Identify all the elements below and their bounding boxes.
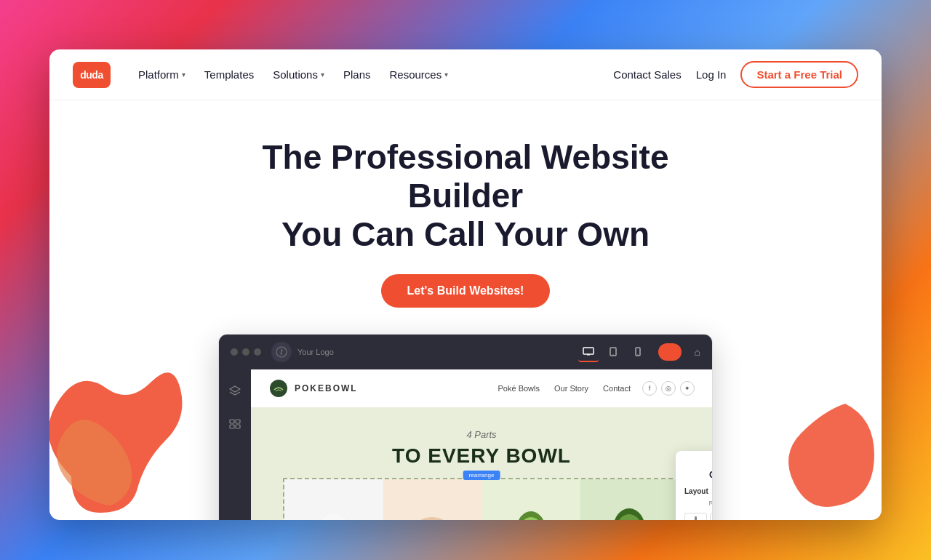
grid-option-2col[interactable] bbox=[710, 513, 712, 520]
main-card: duda Platform ▾ Templates Solutions ▾ Pl… bbox=[49, 49, 882, 520]
pokebowl-logo: POKEBOWL bbox=[268, 378, 358, 399]
nav-item-platform[interactable]: Platform ▾ bbox=[131, 64, 193, 85]
minimize-dot bbox=[242, 348, 249, 356]
publish-button[interactable] bbox=[658, 343, 682, 361]
svg-point-13 bbox=[318, 514, 350, 520]
login-link[interactable]: Log In bbox=[696, 68, 727, 81]
food-item-salmon bbox=[383, 479, 482, 520]
svg-point-10 bbox=[270, 380, 287, 397]
svg-point-5 bbox=[637, 354, 638, 355]
maximize-dot bbox=[254, 348, 261, 356]
svg-rect-9 bbox=[236, 425, 240, 428]
panel-title: Grid Design bbox=[684, 470, 712, 480]
svg-rect-6 bbox=[230, 420, 234, 423]
svg-rect-7 bbox=[236, 420, 240, 423]
grid-design-panel: Section > Grid Design Layout ∧ Rearrange… bbox=[676, 451, 712, 520]
food-item-rice bbox=[284, 479, 383, 520]
platform-chevron-icon: ▾ bbox=[182, 71, 185, 79]
nav-item-templates[interactable]: Templates bbox=[197, 64, 261, 85]
cta-button[interactable]: Let's Build Websites! bbox=[381, 274, 551, 308]
svg-point-19 bbox=[413, 517, 451, 520]
panel-layout-label: Layout bbox=[684, 487, 708, 495]
close-dot bbox=[231, 348, 238, 356]
pokebowl-nav-poke-bowls: Poké Bowls bbox=[498, 384, 540, 393]
home-icon[interactable]: ⌂ bbox=[695, 346, 700, 358]
layers-icon[interactable] bbox=[224, 380, 246, 401]
pokebowl-brand-name: POKEBOWL bbox=[295, 383, 358, 393]
hero-section: The Professional Website Builder You Can… bbox=[49, 100, 882, 520]
hero-headline: The Professional Website Builder You Can… bbox=[211, 138, 720, 254]
website-content: POKEBOWL Poké Bowls Our Story Contact f … bbox=[219, 369, 712, 520]
pokebowl-navbar: POKEBOWL Poké Bowls Our Story Contact f … bbox=[251, 369, 712, 407]
pokebowl-social-icons: f ◎ ✦ bbox=[642, 381, 695, 396]
navbar: duda Platform ▾ Templates Solutions ▾ Pl… bbox=[49, 49, 882, 100]
instagram-icon: ◎ bbox=[661, 381, 676, 396]
toolbar-icons bbox=[578, 342, 648, 362]
pokebowl-subtitle: 4 Parts bbox=[268, 429, 695, 440]
nav-item-plans[interactable]: Plans bbox=[336, 64, 378, 85]
desktop-view-icon[interactable] bbox=[578, 342, 599, 362]
panel-breadcrumb: Section > bbox=[684, 460, 712, 467]
panel-layout-section: Layout ∧ bbox=[684, 487, 712, 495]
food-grid: rearrange bbox=[283, 478, 680, 520]
browser-window-controls bbox=[231, 348, 261, 356]
logo[interactable]: duda bbox=[73, 62, 111, 88]
toolbar-logo-area: Your Logo bbox=[271, 342, 334, 362]
pokebowl-nav-links: Poké Bowls Our Story Contact bbox=[498, 384, 631, 393]
browser-chrome: Your Logo bbox=[219, 335, 712, 369]
pokebowl-nav-contact: Contact bbox=[603, 384, 631, 393]
trial-button[interactable]: Start a Free Trial bbox=[740, 61, 858, 88]
browser-mockup: Your Logo bbox=[218, 334, 713, 520]
editor-sidebar bbox=[219, 369, 251, 520]
resources-chevron-icon: ▾ bbox=[444, 71, 448, 79]
svg-point-3 bbox=[612, 354, 613, 355]
nav-right: Contact Sales Log In Start a Free Trial bbox=[613, 61, 858, 88]
solutions-chevron-icon: ▾ bbox=[321, 71, 324, 79]
grid-rearrange-label: rearrange bbox=[463, 471, 500, 480]
panel-rearrange-label: Rearrange layout bbox=[684, 500, 712, 507]
mobile-view-icon[interactable] bbox=[628, 342, 648, 362]
nav-item-resources[interactable]: Resources ▾ bbox=[382, 64, 455, 85]
contact-sales-link[interactable]: Contact Sales bbox=[613, 68, 681, 81]
pokebowl-title: TO EVERY BOWL bbox=[268, 444, 695, 468]
food-item-avocado-half bbox=[482, 479, 580, 520]
pokebowl-nav-our-story: Our Story bbox=[554, 384, 588, 393]
pokebowl-site-preview: POKEBOWL Poké Bowls Our Story Contact f … bbox=[251, 369, 712, 520]
pokebowl-hero-section: 4 Parts TO EVERY BOWL rearrange bbox=[251, 407, 712, 520]
tablet-view-icon[interactable] bbox=[603, 342, 623, 362]
widgets-icon[interactable] bbox=[224, 413, 246, 435]
toolbar-logo-text: Your Logo bbox=[297, 348, 334, 356]
grid-option-1col[interactable] bbox=[684, 513, 707, 520]
facebook-icon: f bbox=[642, 381, 657, 396]
svg-rect-1 bbox=[583, 348, 594, 354]
svg-rect-8 bbox=[230, 425, 234, 428]
toolbar-logo-circle bbox=[271, 342, 292, 362]
nav-item-solutions[interactable]: Solutions ▾ bbox=[265, 64, 332, 85]
food-item-avocado-whole bbox=[580, 479, 679, 520]
twitter-icon: ✦ bbox=[680, 381, 695, 396]
panel-grid-options bbox=[684, 513, 712, 520]
nav-links: Platform ▾ Templates Solutions ▾ Plans R… bbox=[131, 64, 613, 85]
